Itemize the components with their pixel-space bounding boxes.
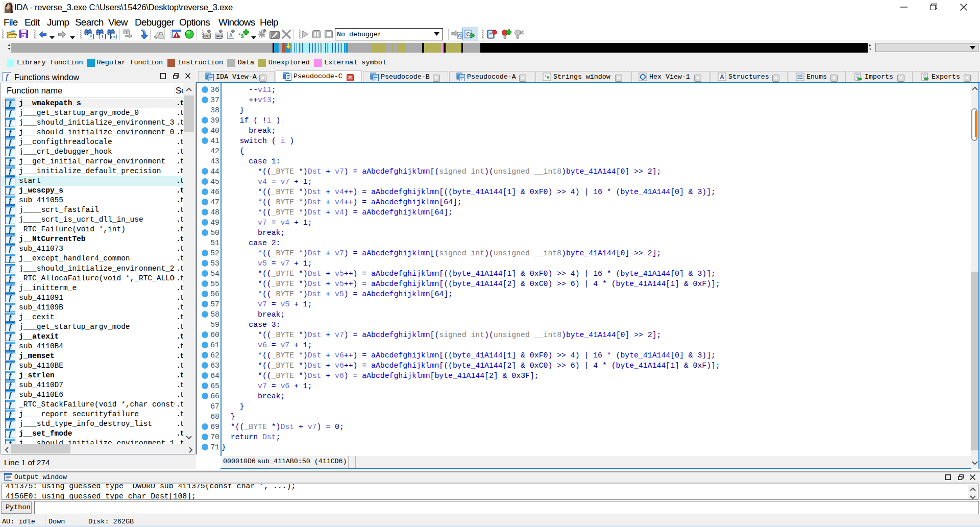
svg-text:C: C: [466, 32, 470, 37]
svg-text:#: #: [89, 34, 92, 39]
svg-text:T: T: [101, 34, 105, 39]
svg-text:CODE: CODE: [203, 34, 212, 38]
svg-text:DATA: DATA: [215, 34, 223, 38]
svg-text:A: A: [229, 33, 232, 38]
svg-text:C: C: [458, 33, 461, 38]
svg-text:101: 101: [110, 35, 117, 39]
svg-text:‘s: ‘s: [545, 74, 549, 81]
svg-text:A: A: [720, 74, 724, 81]
